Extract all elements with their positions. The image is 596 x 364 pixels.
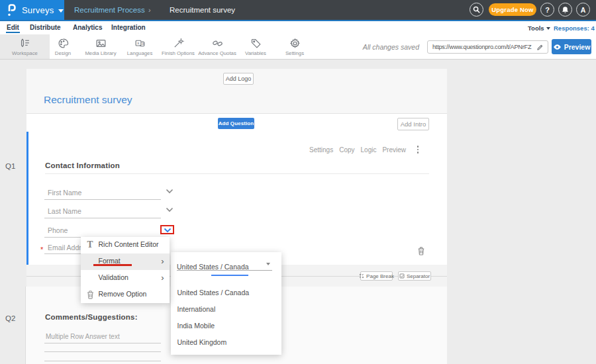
question1-heading[interactable]: Contact Information: [45, 161, 120, 169]
toolbar-item-advance-quotas[interactable]: Advance Quotas: [198, 34, 237, 59]
format-option-india-mobile[interactable]: India Mobile: [177, 322, 215, 330]
separator-button[interactable]: Separator: [398, 271, 431, 281]
question-copy-link[interactable]: Copy: [339, 146, 354, 154]
question-logic-link[interactable]: Logic: [361, 146, 377, 154]
settings-icon: [289, 38, 301, 49]
toolbar-item-finish-options[interactable]: Finish Options: [159, 34, 198, 59]
app-window: Surveys Recruitment Process › Recruitmen…: [0, 0, 596, 364]
menu-item-rich-content-editor[interactable]: T Rich Content Editor: [81, 237, 170, 253]
submenu-arrow-icon: ›: [161, 256, 164, 266]
text-format-icon: T: [86, 240, 95, 250]
menu-item-label: Remove Option: [99, 290, 147, 298]
add-logo-button[interactable]: Add Logo: [223, 73, 254, 85]
search-button[interactable]: [470, 3, 483, 17]
svg-text:a: a: [142, 42, 144, 46]
page-break-button[interactable]: Page Break: [360, 271, 393, 281]
toolbar-item-label: Media Library: [85, 50, 116, 56]
section-tabs: Edit Distribute Analytics Integration To…: [0, 21, 596, 34]
tab-edit[interactable]: Edit: [7, 24, 19, 31]
menu-item-remove-option[interactable]: Remove Option: [81, 287, 170, 303]
question-settings-link[interactable]: Settings: [309, 146, 333, 154]
toolbar-item-workspace[interactable]: Workspace: [0, 34, 50, 59]
avatar[interactable]: A: [576, 3, 590, 17]
survey-url-value: https://www.questionpro.com/t/APNrFZ: [432, 44, 535, 50]
menu-item-format[interactable]: Format ›: [81, 253, 170, 270]
tools-label: Tools: [528, 24, 544, 32]
tab-integration[interactable]: Integration: [111, 24, 146, 31]
toolbar-item-label: Workspace: [12, 50, 38, 56]
toolbar-item-label: Languages: [127, 50, 153, 56]
survey-url-field[interactable]: https://www.questionpro.com/t/APNrFZ: [427, 40, 548, 54]
format-select[interactable]: United States / Canada: [177, 260, 272, 272]
chevron-down-icon[interactable]: [164, 228, 172, 233]
preview-button[interactable]: Preview: [552, 39, 591, 54]
help-button[interactable]: ?: [540, 3, 554, 17]
field-label[interactable]: First Name: [48, 189, 81, 197]
select-underline: [177, 270, 272, 271]
field-label[interactable]: Phone: [48, 226, 68, 234]
toolbar-item-design[interactable]: Design: [44, 34, 83, 59]
chevron-down-icon[interactable]: [166, 189, 174, 194]
answer-row-line: [44, 361, 161, 361]
tab-distribute[interactable]: Distribute: [30, 24, 61, 31]
format-option-us-canada[interactable]: United States / Canada: [177, 289, 250, 296]
svg-text:x: x: [136, 40, 139, 45]
toolbar-item-languages[interactable]: xa Languages: [121, 34, 160, 59]
toolbar-item-label: Variables: [245, 50, 266, 56]
page-break-icon: [359, 273, 364, 279]
upgrade-now-button[interactable]: Upgrade Now: [489, 3, 536, 16]
toolbar-item-settings[interactable]: Settings: [275, 34, 315, 59]
add-question-button[interactable]: Add Question: [218, 118, 254, 129]
editor-toolbar: Workspace Design Media Library xa Langua…: [0, 34, 596, 60]
delete-question-trash-icon[interactable]: [417, 246, 425, 255]
chevron-down-icon[interactable]: [166, 207, 174, 212]
autosave-status: All changes saved: [344, 34, 419, 59]
product-switcher[interactable]: Surveys: [0, 0, 64, 20]
questionpro-logo-icon: [7, 3, 17, 17]
toolbar-item-label: Design: [55, 50, 71, 56]
product-caret-icon: [58, 9, 64, 13]
survey-canvas: Add Logo Recruitment survey Add Question…: [0, 60, 596, 364]
tab-analytics[interactable]: Analytics: [73, 24, 102, 31]
question-preview-link[interactable]: Preview: [382, 146, 406, 154]
toolbar-item-label: Advance Quotas: [198, 50, 236, 56]
field-label[interactable]: Last Name: [48, 207, 81, 215]
survey-title[interactable]: Recruitment survey: [44, 94, 132, 106]
question2-number: Q2: [5, 314, 15, 322]
notifications-button[interactable]: [558, 3, 572, 17]
toolbar-item-media-library[interactable]: Media Library: [81, 34, 121, 59]
add-intro-button[interactable]: Add Intro: [397, 118, 429, 130]
answer-row-line: [44, 351, 161, 352]
option-context-menu: T Rich Content Editor Format › Validatio…: [81, 237, 170, 303]
menu-item-validation[interactable]: Validation ›: [81, 270, 170, 287]
design-icon: [58, 38, 69, 49]
question2-placeholder[interactable]: Multiple Row Answer text: [46, 333, 120, 340]
submenu-arrow-icon: ›: [161, 273, 164, 283]
phone-chevron-highlight-box[interactable]: [160, 225, 174, 234]
page-break-label: Page Break: [366, 273, 394, 279]
languages-icon: xa: [134, 38, 146, 49]
question2-heading[interactable]: Comments/Suggestions:: [45, 313, 138, 321]
tools-caret-icon: [546, 27, 550, 30]
edit-url-pencil-icon[interactable]: [536, 44, 544, 51]
responses-count[interactable]: Responses: 4: [554, 24, 595, 32]
menu-item-label: Validation: [99, 273, 128, 281]
eye-icon: [553, 44, 562, 50]
question1-divider: [45, 173, 429, 174]
add-question-band: Add Question Add Intro: [26, 114, 447, 132]
workspace-icon: [19, 38, 30, 49]
select-focus-bar: [211, 275, 248, 277]
tools-menu[interactable]: Tools: [528, 24, 550, 32]
question-more-menu-icon[interactable]: [413, 145, 422, 154]
separator-label: Separator: [407, 273, 430, 279]
field-underline: [44, 199, 161, 200]
answer-row-line: [44, 343, 161, 343]
toolbar-item-label: Settings: [285, 50, 304, 56]
format-option-international[interactable]: International: [177, 305, 216, 313]
toolbar-item-variables[interactable]: Variables: [236, 34, 275, 59]
format-annotation-underline: [93, 264, 132, 266]
format-option-united-kingdom[interactable]: United Kingdom: [177, 338, 227, 346]
top-navigation-bar: Surveys Recruitment Process › Recruitmen…: [0, 0, 596, 21]
field-underline: [44, 218, 161, 218]
breadcrumb-parent[interactable]: Recruitment Process: [74, 0, 145, 20]
